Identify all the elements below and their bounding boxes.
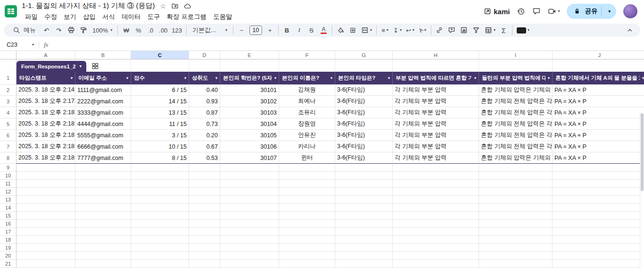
cell[interactable]	[17, 212, 75, 220]
menu-item[interactable]: 보기	[60, 12, 80, 22]
cell[interactable]: 0.87	[189, 107, 220, 118]
cell[interactable]	[279, 180, 335, 188]
cell[interactable]: 0.73	[189, 118, 220, 130]
cell[interactable]	[220, 220, 279, 228]
cell[interactable]: 혼합 기체의 전체 압력은 각 기체	[479, 118, 553, 130]
cell[interactable]	[553, 196, 644, 204]
cell[interactable]: 30107	[220, 152, 279, 164]
text-color-button[interactable]: A	[318, 25, 330, 36]
cell[interactable]: 3 / 15	[131, 130, 189, 141]
row-number[interactable]: 10	[0, 172, 17, 180]
meet-dropdown-icon[interactable]: ▾	[558, 9, 560, 13]
cell[interactable]: 카리나	[279, 141, 335, 152]
cell[interactable]: 8 / 15	[131, 152, 189, 164]
cell[interactable]	[279, 212, 335, 220]
cell[interactable]	[189, 252, 220, 260]
cell[interactable]	[131, 164, 189, 172]
chevron-down-icon[interactable]: ▾	[32, 43, 34, 47]
menu-item[interactable]: 도움말	[210, 12, 236, 22]
percent-format-button[interactable]: %	[132, 25, 144, 36]
cell[interactable]	[17, 196, 75, 204]
filter-chevron-icon[interactable]: ▾	[184, 76, 186, 80]
table-header-cell[interactable]: 부분 압력 법칙에 따르면 혼합 기▾	[393, 72, 479, 84]
filter-chevron-icon[interactable]: ▾	[474, 76, 476, 80]
strikethrough-button[interactable]: S	[305, 25, 317, 36]
cell[interactable]: 0.53	[189, 152, 220, 164]
cell[interactable]: 30103	[220, 107, 279, 118]
cell[interactable]: 김채원	[279, 84, 335, 96]
cell[interactable]	[279, 244, 335, 252]
cell[interactable]: 30102	[220, 96, 279, 107]
cell[interactable]: PA = XA + P	[553, 130, 644, 141]
cell[interactable]	[220, 188, 279, 196]
cell[interactable]	[393, 212, 479, 220]
cell[interactable]	[335, 204, 393, 212]
cell[interactable]: 6 / 15	[131, 84, 189, 96]
table-name-chip[interactable]: Form_Responses1_2 ▾	[17, 61, 86, 72]
cell[interactable]	[75, 164, 131, 172]
cell[interactable]	[479, 196, 553, 204]
filter-chevron-icon[interactable]: ▾	[126, 76, 128, 80]
cell[interactable]	[393, 228, 479, 236]
cell[interactable]	[131, 244, 189, 252]
row-number[interactable]: 6	[0, 130, 17, 141]
cell[interactable]	[279, 172, 335, 180]
cell[interactable]	[189, 260, 220, 268]
cell[interactable]	[479, 188, 553, 196]
cell[interactable]: 0.40	[189, 84, 220, 96]
cell[interactable]	[479, 236, 553, 244]
cell[interactable]	[220, 204, 279, 212]
cell[interactable]: 3-6(F타임)	[335, 141, 393, 152]
cell[interactable]	[220, 180, 279, 188]
cell[interactable]	[75, 204, 131, 212]
row-number[interactable]: 7	[0, 141, 17, 152]
cell[interactable]	[189, 180, 220, 188]
redo-button[interactable]: ↷	[53, 25, 65, 36]
filter-chevron-icon[interactable]: ▾	[388, 76, 390, 80]
cell[interactable]	[131, 228, 189, 236]
cell[interactable]	[220, 164, 279, 172]
cell[interactable]	[335, 172, 393, 180]
cell[interactable]: 각 기체의 부분 압력	[393, 141, 479, 152]
name-box[interactable]: C23 ▾	[7, 42, 34, 48]
cell[interactable]: 각 기체의 부분 압력	[393, 152, 479, 164]
cell[interactable]	[479, 164, 553, 172]
row-number[interactable]: 18	[0, 236, 17, 244]
document-status-cloud-icon[interactable]	[184, 2, 191, 10]
menu-item[interactable]: 삽입	[80, 12, 99, 22]
column-header-g[interactable]: G	[335, 51, 393, 59]
cell[interactable]: 10 / 15	[131, 141, 189, 152]
menu-item[interactable]: 수정	[41, 12, 60, 22]
cell[interactable]	[393, 188, 479, 196]
cell[interactable]: 30101	[220, 84, 279, 96]
filter-chevron-icon[interactable]: ▾	[548, 76, 550, 80]
insert-comment-button[interactable]	[446, 25, 458, 36]
cell[interactable]	[279, 228, 335, 236]
cell[interactable]	[553, 172, 644, 180]
undo-button[interactable]: ↶	[41, 25, 52, 36]
cell[interactable]	[393, 252, 479, 260]
cell[interactable]	[75, 236, 131, 244]
document-title[interactable]: 1-1. 물질의 세가지 상태 - 1) 기체 ③ (응답)	[22, 1, 155, 10]
cell[interactable]	[479, 260, 553, 268]
star-icon[interactable]: ☆	[160, 3, 166, 9]
cell[interactable]	[75, 252, 131, 260]
column-header-e[interactable]: E	[220, 51, 279, 59]
cell[interactable]	[279, 196, 335, 204]
cell[interactable]: 3-6(F타임)	[335, 84, 393, 96]
cell[interactable]	[279, 260, 335, 268]
cell[interactable]	[17, 188, 75, 196]
table-header-cell[interactable]: 타임스탬프▾	[17, 72, 75, 84]
cell[interactable]: 2222@gmail.com	[75, 96, 131, 107]
create-filter-button[interactable]	[471, 25, 482, 36]
print-button[interactable]	[65, 25, 77, 36]
filter-chevron-icon[interactable]: ▾	[71, 76, 73, 80]
cell[interactable]	[393, 172, 479, 180]
decrease-decimal-button[interactable]: .0	[145, 25, 157, 36]
cell[interactable]	[335, 236, 393, 244]
select-all-corner[interactable]	[0, 51, 17, 59]
filter-chevron-icon[interactable]: ▾	[330, 76, 332, 80]
cell[interactable]	[220, 212, 279, 220]
cell[interactable]	[131, 212, 189, 220]
cell[interactable]	[75, 228, 131, 236]
